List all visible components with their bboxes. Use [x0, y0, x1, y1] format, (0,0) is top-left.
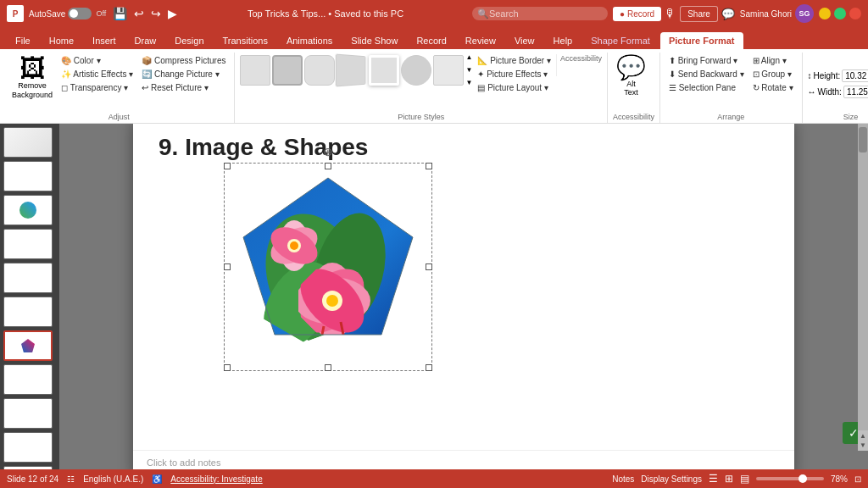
style-swatch-3[interactable]	[304, 55, 335, 86]
slide-thumb-12[interactable]	[3, 330, 53, 361]
tab-picture-format[interactable]: Picture Format	[660, 32, 743, 49]
selection-pane-button[interactable]: ☰ Selection Pane	[665, 81, 748, 94]
compress-button[interactable]: 📦 Compress Pictures	[138, 54, 229, 67]
rotate-button[interactable]: ↻ Rotate ▾	[749, 81, 797, 94]
reset-picture-button[interactable]: ↩ Reset Picture ▾	[138, 81, 229, 94]
notes-area[interactable]: Click to add notes	[133, 450, 794, 469]
group-button[interactable]: ⊡ Group ▾	[749, 68, 797, 80]
handle-top-center[interactable]	[325, 163, 331, 169]
redo-icon[interactable]: ↪	[149, 5, 163, 22]
minimize-button[interactable]: −	[819, 8, 831, 19]
comments-icon[interactable]: 💬	[721, 8, 735, 20]
style-swatch-5[interactable]	[369, 55, 399, 86]
tab-record[interactable]: Record	[408, 32, 454, 49]
color-button[interactable]: 🎨 Color ▾	[58, 54, 136, 67]
handle-bottom-right[interactable]	[426, 364, 432, 371]
slide-thumb-7[interactable]	[3, 161, 53, 191]
style-swatch-4[interactable]	[336, 53, 366, 86]
handle-top-left[interactable]	[224, 163, 231, 169]
slide-thumb-13[interactable]	[3, 364, 53, 395]
slide-thumb-10[interactable]	[3, 263, 53, 293]
view-grid-icon[interactable]: ⊞	[725, 473, 733, 485]
style-scroll: ▲ ▼ ▼	[465, 54, 472, 86]
styles-dropdown[interactable]: ▼	[465, 80, 472, 86]
tab-shape-format[interactable]: Shape Format	[582, 32, 659, 49]
tab-draw[interactable]: Draw	[126, 32, 165, 49]
vertical-scrollbar[interactable]	[858, 124, 868, 451]
slide-thumb-6[interactable]	[3, 127, 53, 158]
artistic-effects-button[interactable]: ✨ Artistic Effects ▾	[58, 68, 136, 80]
mic-icon[interactable]: 🎙	[665, 7, 676, 20]
display-settings-button[interactable]: Display Settings	[641, 474, 702, 484]
tab-design[interactable]: Design	[166, 32, 212, 49]
autosave-control[interactable]: AutoSave Off	[29, 8, 106, 19]
slide-title: 9. Image & Shapes	[159, 134, 368, 161]
tab-slideshow[interactable]: Slide Show	[342, 32, 406, 49]
accessibility-status[interactable]: Accessibility: Investigate	[170, 474, 262, 484]
change-picture-button[interactable]: 🔄 Change Picture ▾	[138, 68, 229, 80]
handle-bottom-center[interactable]	[325, 364, 331, 371]
slide-thumb-8[interactable]	[3, 195, 53, 225]
slide-thumb-15[interactable]	[3, 432, 53, 463]
width-input[interactable]	[843, 86, 868, 98]
tab-transitions[interactable]: Transitions	[214, 32, 276, 49]
handle-mid-right[interactable]	[426, 263, 432, 270]
scroll-arrow-down[interactable]: ▼	[860, 441, 866, 449]
slide-thumb-11[interactable]	[3, 297, 53, 327]
style-swatch-7[interactable]	[433, 55, 464, 86]
remove-background-button[interactable]: 🖼 RemoveBackground	[8, 54, 56, 102]
present-icon[interactable]: ▶	[166, 5, 179, 22]
view-slide-icon[interactable]: ▤	[740, 473, 749, 485]
record-button[interactable]: ● Record	[613, 7, 661, 21]
picture-border-button[interactable]: 📐 Picture Border ▾	[474, 54, 554, 67]
alt-text-button[interactable]: 💬 AltText	[613, 54, 649, 98]
bring-forward-button[interactable]: ⬆ Bring Forward ▾	[665, 54, 748, 67]
tab-file[interactable]: File	[7, 32, 39, 49]
rotation-handle[interactable]: ⊕	[323, 146, 333, 158]
window-controls: − □ ✕	[819, 8, 861, 19]
handle-top-right[interactable]	[426, 163, 432, 169]
share-button[interactable]: Share	[680, 6, 718, 22]
zoom-slider[interactable]	[756, 477, 824, 480]
tab-home[interactable]: Home	[41, 32, 82, 49]
styles-scroll-up[interactable]: ▲	[465, 54, 472, 61]
autosave-toggle[interactable]	[68, 8, 92, 19]
image-object[interactable]: ⊕	[231, 169, 426, 364]
height-input[interactable]	[842, 69, 868, 82]
alt-text-icon: 💬	[616, 56, 646, 80]
scroll-arrow-up[interactable]: ▲	[860, 432, 866, 440]
tab-help[interactable]: Help	[545, 32, 581, 49]
picture-effects-button[interactable]: ✦ Picture Effects ▾	[474, 68, 554, 80]
notes-button[interactable]: Notes	[612, 474, 634, 484]
transparency-button[interactable]: ◻ Transparency ▾	[58, 81, 136, 94]
search-input[interactable]	[472, 7, 608, 20]
style-swatch-6[interactable]	[401, 55, 431, 86]
styles-scroll-down[interactable]: ▼	[465, 67, 472, 74]
fit-to-window-icon[interactable]: ⊡	[854, 474, 861, 484]
save-icon[interactable]: 💾	[111, 5, 129, 22]
slide-thumb-9[interactable]	[3, 229, 53, 259]
slide-thumb-14[interactable]	[3, 398, 53, 429]
handle-mid-left[interactable]	[224, 263, 231, 270]
send-backward-button[interactable]: ⬇ Send Backward ▾	[665, 68, 748, 80]
width-row: ↔ Width:	[808, 86, 868, 98]
view-normal-icon[interactable]: ☰	[709, 473, 718, 485]
align-button[interactable]: ⊞ Align ▾	[749, 54, 797, 67]
tab-review[interactable]: Review	[457, 32, 504, 49]
autosave-dot	[70, 9, 78, 18]
scrollbar-thumb[interactable]	[859, 127, 867, 152]
tab-insert[interactable]: Insert	[84, 32, 125, 49]
picture-layout-button[interactable]: ▤ Picture Layout ▾	[474, 81, 554, 94]
close-button[interactable]: ✕	[849, 8, 861, 19]
maximize-button[interactable]: □	[834, 8, 846, 19]
slide-thumb-wrapper-8: 8	[3, 195, 56, 225]
style-swatch-2[interactable]	[272, 55, 303, 86]
tab-view[interactable]: View	[506, 32, 543, 49]
tab-animations[interactable]: Animations	[278, 32, 341, 49]
slide-thumb-wrapper-15: 15	[3, 432, 56, 463]
style-swatch-1[interactable]	[240, 55, 270, 86]
handle-bottom-left[interactable]	[224, 364, 231, 371]
undo-icon[interactable]: ↩	[132, 5, 146, 22]
slide-thumb-wrapper-6: 6	[3, 127, 56, 158]
zoom-thumb[interactable]	[798, 474, 807, 483]
